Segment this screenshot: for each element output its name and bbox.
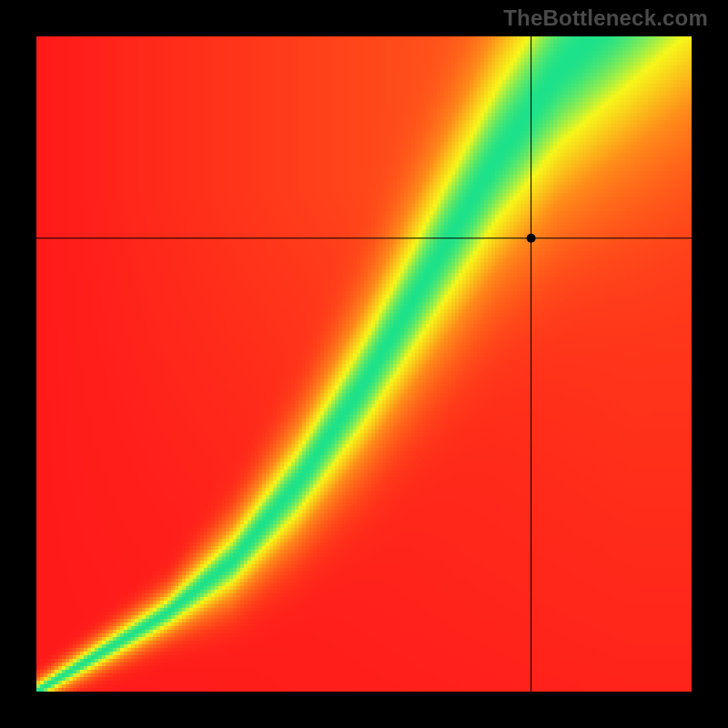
watermark-text: TheBottleneck.com (503, 5, 708, 31)
bottleneck-heatmap-plot (36, 36, 692, 692)
heatmap-canvas (36, 36, 692, 692)
